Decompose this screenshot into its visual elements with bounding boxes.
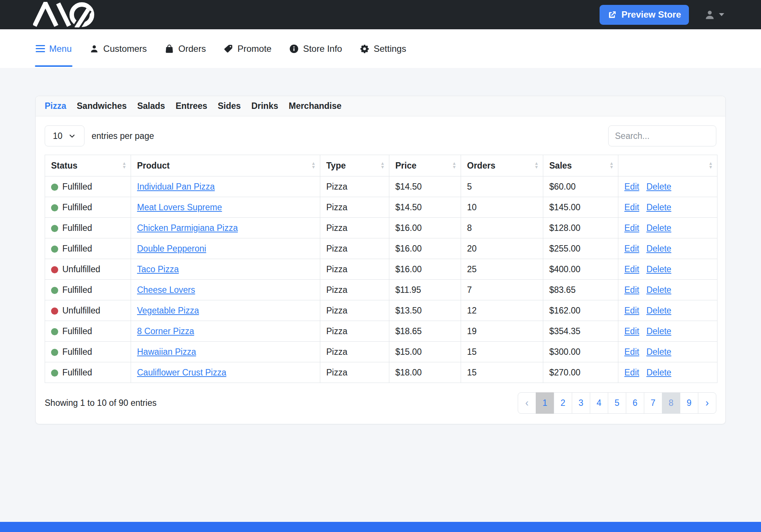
sort-icons: ▲▼ [452, 162, 457, 169]
pagination-page-9[interactable]: 9 [680, 392, 698, 414]
nav-item-settings[interactable]: Settings [360, 29, 406, 68]
orders-cell: 5 [461, 176, 543, 197]
sales-cell: $354.35 [543, 321, 618, 342]
brand-logo[interactable] [33, 2, 95, 27]
type-cell: Pizza [320, 342, 389, 362]
price-cell: $14.50 [389, 176, 461, 197]
status-cell: Fulfilled [45, 342, 131, 362]
pagination-page-2[interactable]: 2 [554, 392, 572, 414]
orders-cell: 15 [461, 342, 543, 362]
product-link[interactable]: Hawaiian Pizza [137, 347, 196, 357]
table-row: FulfilledMeat Lovers SupremePizza$14.501… [45, 197, 717, 218]
user-icon [704, 9, 716, 21]
pagination-page-1[interactable]: 1 [536, 392, 554, 414]
column-header-orders[interactable]: Orders▲▼ [461, 155, 543, 176]
nav-item-promote[interactable]: Promote [223, 29, 271, 68]
tab-merchandise[interactable]: Merchandise [289, 101, 342, 111]
sort-icons: ▲▼ [534, 162, 539, 169]
status-dot [51, 266, 58, 273]
tab-pizza[interactable]: Pizza [45, 101, 66, 111]
content: PizzaSandwichesSaladsEntreesSidesDrinksM… [0, 68, 761, 424]
delete-link[interactable]: Delete [646, 347, 671, 357]
edit-link[interactable]: Edit [624, 285, 639, 295]
tab-sides[interactable]: Sides [218, 101, 241, 111]
product-link[interactable]: Double Pepperoni [137, 244, 206, 253]
sort-icons: ▲▼ [708, 162, 713, 169]
edit-link[interactable]: Edit [624, 244, 639, 253]
product-link[interactable]: Cauliflower Crust Pizza [137, 368, 226, 377]
nav-item-customers[interactable]: Customers [89, 29, 147, 68]
delete-link[interactable]: Delete [646, 223, 671, 233]
pagination-next[interactable]: › [698, 392, 716, 414]
pagination-page-4[interactable]: 4 [590, 392, 608, 414]
orders-cell: 20 [461, 238, 543, 259]
nav-item-store-info[interactable]: Store Info [289, 29, 342, 68]
product-link[interactable]: Taco Pizza [137, 264, 179, 274]
edit-link[interactable]: Edit [624, 306, 639, 315]
status-dot [51, 328, 58, 335]
pagination-page-8[interactable]: 8 [662, 392, 680, 414]
column-header-actions[interactable]: ▲▼ [618, 155, 717, 176]
tab-sandwiches[interactable]: Sandwiches [77, 101, 127, 111]
status-dot [51, 349, 58, 356]
delete-link[interactable]: Delete [646, 368, 671, 377]
type-cell: Pizza [320, 238, 389, 259]
edit-link[interactable]: Edit [624, 223, 639, 233]
column-header-sales[interactable]: Sales▲▼ [543, 155, 618, 176]
delete-link[interactable]: Delete [646, 244, 671, 253]
nav-item-orders[interactable]: Orders [164, 29, 206, 68]
orders-cell: 12 [461, 300, 543, 321]
pagination-page-7[interactable]: 7 [644, 392, 662, 414]
delete-link[interactable]: Delete [646, 182, 671, 191]
delete-link[interactable]: Delete [646, 285, 671, 295]
column-header-status[interactable]: Status▲▼ [45, 155, 131, 176]
product-link[interactable]: Meat Lovers Supreme [137, 202, 222, 212]
table-row: FulfilledHawaiian PizzaPizza$15.0015$300… [45, 342, 717, 362]
price-cell: $16.00 [389, 218, 461, 238]
column-header-price[interactable]: Price▲▼ [389, 155, 461, 176]
column-header-product[interactable]: Product▲▼ [131, 155, 320, 176]
entries-per-page-select[interactable]: 10 [45, 125, 84, 146]
product-link[interactable]: 8 Corner Pizza [137, 326, 194, 336]
product-link[interactable]: Cheese Lovers [137, 285, 195, 295]
actions-cell: EditDelete [618, 342, 717, 362]
sales-cell: $145.00 [543, 197, 618, 218]
tab-drinks[interactable]: Drinks [251, 101, 278, 111]
tab-entrees[interactable]: Entrees [176, 101, 207, 111]
tab-salads[interactable]: Salads [137, 101, 165, 111]
delete-link[interactable]: Delete [646, 202, 671, 212]
pagination-page-3[interactable]: 3 [572, 392, 590, 414]
pagination-page-5[interactable]: 5 [608, 392, 626, 414]
sort-icons: ▲▼ [609, 162, 614, 169]
delete-link[interactable]: Delete [646, 326, 671, 336]
actions-cell: EditDelete [618, 238, 717, 259]
price-cell: $16.00 [389, 238, 461, 259]
app-root: Preview Store MenuCustomersOrdersPromote… [0, 0, 761, 424]
delete-link[interactable]: Delete [646, 306, 671, 315]
user-menu[interactable] [704, 9, 724, 21]
actions-cell: EditDelete [618, 362, 717, 383]
table-header-row: Status▲▼Product▲▼Type▲▼Price▲▼Orders▲▼Sa… [45, 155, 717, 176]
product-link[interactable]: Chicken Parmigiana Pizza [137, 223, 238, 233]
entries-label: entries per page [92, 131, 154, 141]
status-label: Fulfilled [62, 285, 92, 295]
status-dot [51, 369, 58, 377]
edit-link[interactable]: Edit [624, 182, 639, 191]
search-input[interactable] [608, 125, 716, 146]
edit-link[interactable]: Edit [624, 202, 639, 212]
product-link[interactable]: Vegetable Pizza [137, 306, 199, 315]
edit-link[interactable]: Edit [624, 264, 639, 274]
status-cell: Fulfilled [45, 280, 131, 300]
edit-link[interactable]: Edit [624, 368, 639, 377]
product-cell: Hawaiian Pizza [131, 342, 320, 362]
pagination-prev[interactable]: ‹ [518, 392, 536, 414]
edit-link[interactable]: Edit [624, 347, 639, 357]
column-header-type[interactable]: Type▲▼ [320, 155, 389, 176]
pagination-page-6[interactable]: 6 [626, 392, 644, 414]
edit-link[interactable]: Edit [624, 326, 639, 336]
preview-store-button[interactable]: Preview Store [600, 5, 689, 25]
nav-item-menu[interactable]: Menu [36, 29, 72, 68]
status-label: Unfulfilled [62, 306, 100, 315]
product-link[interactable]: Individual Pan Pizza [137, 182, 215, 191]
delete-link[interactable]: Delete [646, 264, 671, 274]
